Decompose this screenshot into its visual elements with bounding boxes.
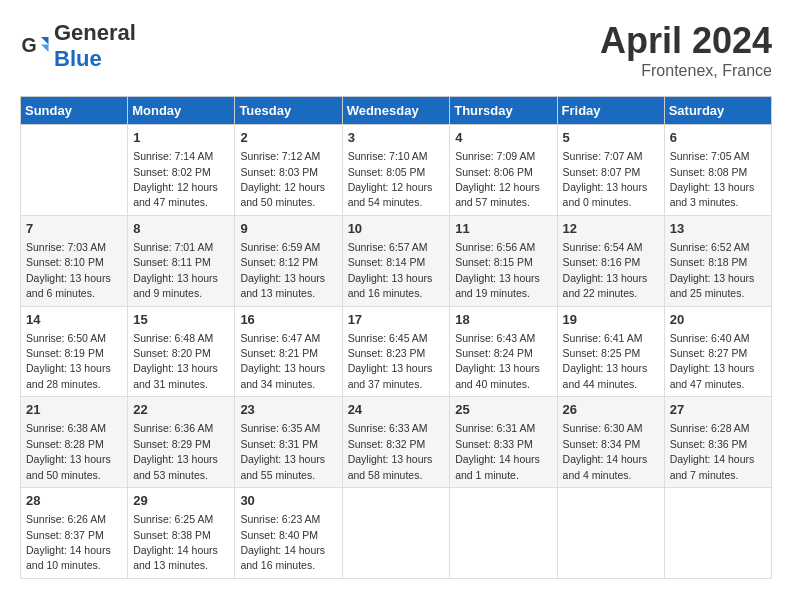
weekday-header-wednesday: Wednesday <box>342 97 450 125</box>
day-number: 26 <box>563 401 659 419</box>
day-info: Sunrise: 6:43 AM Sunset: 8:24 PM Dayligh… <box>455 332 540 390</box>
day-cell <box>450 488 557 579</box>
day-info: Sunrise: 6:45 AM Sunset: 8:23 PM Dayligh… <box>348 332 433 390</box>
day-cell: 10Sunrise: 6:57 AM Sunset: 8:14 PM Dayli… <box>342 215 450 306</box>
day-info: Sunrise: 6:33 AM Sunset: 8:32 PM Dayligh… <box>348 422 433 480</box>
weekday-header-row: SundayMondayTuesdayWednesdayThursdayFrid… <box>21 97 772 125</box>
day-number: 3 <box>348 129 445 147</box>
day-cell: 9Sunrise: 6:59 AM Sunset: 8:12 PM Daylig… <box>235 215 342 306</box>
day-cell <box>342 488 450 579</box>
day-cell: 30Sunrise: 6:23 AM Sunset: 8:40 PM Dayli… <box>235 488 342 579</box>
day-cell: 6Sunrise: 7:05 AM Sunset: 8:08 PM Daylig… <box>664 125 771 216</box>
day-cell: 5Sunrise: 7:07 AM Sunset: 8:07 PM Daylig… <box>557 125 664 216</box>
week-row-3: 14Sunrise: 6:50 AM Sunset: 8:19 PM Dayli… <box>21 306 772 397</box>
day-number: 23 <box>240 401 336 419</box>
day-info: Sunrise: 6:28 AM Sunset: 8:36 PM Dayligh… <box>670 422 755 480</box>
day-cell: 22Sunrise: 6:36 AM Sunset: 8:29 PM Dayli… <box>128 397 235 488</box>
day-info: Sunrise: 6:38 AM Sunset: 8:28 PM Dayligh… <box>26 422 111 480</box>
day-info: Sunrise: 7:12 AM Sunset: 8:03 PM Dayligh… <box>240 150 325 208</box>
week-row-2: 7Sunrise: 7:03 AM Sunset: 8:10 PM Daylig… <box>21 215 772 306</box>
day-info: Sunrise: 6:59 AM Sunset: 8:12 PM Dayligh… <box>240 241 325 299</box>
day-info: Sunrise: 7:01 AM Sunset: 8:11 PM Dayligh… <box>133 241 218 299</box>
day-info: Sunrise: 6:50 AM Sunset: 8:19 PM Dayligh… <box>26 332 111 390</box>
day-info: Sunrise: 7:10 AM Sunset: 8:05 PM Dayligh… <box>348 150 433 208</box>
day-cell: 21Sunrise: 6:38 AM Sunset: 8:28 PM Dayli… <box>21 397 128 488</box>
day-cell: 11Sunrise: 6:56 AM Sunset: 8:15 PM Dayli… <box>450 215 557 306</box>
day-info: Sunrise: 7:03 AM Sunset: 8:10 PM Dayligh… <box>26 241 111 299</box>
day-number: 4 <box>455 129 551 147</box>
day-cell: 20Sunrise: 6:40 AM Sunset: 8:27 PM Dayli… <box>664 306 771 397</box>
day-info: Sunrise: 6:26 AM Sunset: 8:37 PM Dayligh… <box>26 513 111 571</box>
day-number: 22 <box>133 401 229 419</box>
day-number: 19 <box>563 311 659 329</box>
weekday-header-sunday: Sunday <box>21 97 128 125</box>
weekday-header-saturday: Saturday <box>664 97 771 125</box>
day-info: Sunrise: 6:25 AM Sunset: 8:38 PM Dayligh… <box>133 513 218 571</box>
weekday-header-friday: Friday <box>557 97 664 125</box>
day-number: 12 <box>563 220 659 238</box>
day-number: 25 <box>455 401 551 419</box>
logo-blue: Blue <box>54 46 102 71</box>
day-info: Sunrise: 6:31 AM Sunset: 8:33 PM Dayligh… <box>455 422 540 480</box>
day-number: 13 <box>670 220 766 238</box>
day-cell: 23Sunrise: 6:35 AM Sunset: 8:31 PM Dayli… <box>235 397 342 488</box>
day-number: 17 <box>348 311 445 329</box>
week-row-1: 1Sunrise: 7:14 AM Sunset: 8:02 PM Daylig… <box>21 125 772 216</box>
day-number: 1 <box>133 129 229 147</box>
weekday-header-thursday: Thursday <box>450 97 557 125</box>
week-row-4: 21Sunrise: 6:38 AM Sunset: 8:28 PM Dayli… <box>21 397 772 488</box>
day-cell <box>21 125 128 216</box>
day-cell: 26Sunrise: 6:30 AM Sunset: 8:34 PM Dayli… <box>557 397 664 488</box>
day-cell: 25Sunrise: 6:31 AM Sunset: 8:33 PM Dayli… <box>450 397 557 488</box>
day-number: 7 <box>26 220 122 238</box>
day-info: Sunrise: 7:05 AM Sunset: 8:08 PM Dayligh… <box>670 150 755 208</box>
day-number: 24 <box>348 401 445 419</box>
day-number: 11 <box>455 220 551 238</box>
day-cell: 1Sunrise: 7:14 AM Sunset: 8:02 PM Daylig… <box>128 125 235 216</box>
logo-general: General <box>54 20 136 45</box>
day-info: Sunrise: 7:07 AM Sunset: 8:07 PM Dayligh… <box>563 150 648 208</box>
day-number: 5 <box>563 129 659 147</box>
day-number: 16 <box>240 311 336 329</box>
day-cell: 15Sunrise: 6:48 AM Sunset: 8:20 PM Dayli… <box>128 306 235 397</box>
day-number: 30 <box>240 492 336 510</box>
day-cell: 8Sunrise: 7:01 AM Sunset: 8:11 PM Daylig… <box>128 215 235 306</box>
logo: G General Blue <box>20 20 136 72</box>
header: G General Blue April 2024 Frontenex, Fra… <box>20 20 772 80</box>
day-cell: 13Sunrise: 6:52 AM Sunset: 8:18 PM Dayli… <box>664 215 771 306</box>
day-info: Sunrise: 6:47 AM Sunset: 8:21 PM Dayligh… <box>240 332 325 390</box>
week-row-5: 28Sunrise: 6:26 AM Sunset: 8:37 PM Dayli… <box>21 488 772 579</box>
day-number: 28 <box>26 492 122 510</box>
day-number: 27 <box>670 401 766 419</box>
day-cell: 7Sunrise: 7:03 AM Sunset: 8:10 PM Daylig… <box>21 215 128 306</box>
month-title: April 2024 <box>600 20 772 62</box>
day-info: Sunrise: 7:09 AM Sunset: 8:06 PM Dayligh… <box>455 150 540 208</box>
day-info: Sunrise: 6:41 AM Sunset: 8:25 PM Dayligh… <box>563 332 648 390</box>
day-number: 15 <box>133 311 229 329</box>
day-cell: 18Sunrise: 6:43 AM Sunset: 8:24 PM Dayli… <box>450 306 557 397</box>
day-number: 20 <box>670 311 766 329</box>
day-number: 21 <box>26 401 122 419</box>
day-cell: 3Sunrise: 7:10 AM Sunset: 8:05 PM Daylig… <box>342 125 450 216</box>
day-cell: 29Sunrise: 6:25 AM Sunset: 8:38 PM Dayli… <box>128 488 235 579</box>
day-info: Sunrise: 6:56 AM Sunset: 8:15 PM Dayligh… <box>455 241 540 299</box>
day-number: 29 <box>133 492 229 510</box>
day-info: Sunrise: 6:36 AM Sunset: 8:29 PM Dayligh… <box>133 422 218 480</box>
day-cell: 16Sunrise: 6:47 AM Sunset: 8:21 PM Dayli… <box>235 306 342 397</box>
weekday-header-monday: Monday <box>128 97 235 125</box>
day-info: Sunrise: 6:23 AM Sunset: 8:40 PM Dayligh… <box>240 513 325 571</box>
day-cell: 24Sunrise: 6:33 AM Sunset: 8:32 PM Dayli… <box>342 397 450 488</box>
day-number: 14 <box>26 311 122 329</box>
weekday-header-tuesday: Tuesday <box>235 97 342 125</box>
logo-icon: G <box>20 31 50 61</box>
day-info: Sunrise: 6:57 AM Sunset: 8:14 PM Dayligh… <box>348 241 433 299</box>
day-cell: 19Sunrise: 6:41 AM Sunset: 8:25 PM Dayli… <box>557 306 664 397</box>
day-cell: 2Sunrise: 7:12 AM Sunset: 8:03 PM Daylig… <box>235 125 342 216</box>
svg-text:G: G <box>22 34 37 56</box>
title-area: April 2024 Frontenex, France <box>600 20 772 80</box>
day-cell: 4Sunrise: 7:09 AM Sunset: 8:06 PM Daylig… <box>450 125 557 216</box>
day-number: 8 <box>133 220 229 238</box>
day-cell: 14Sunrise: 6:50 AM Sunset: 8:19 PM Dayli… <box>21 306 128 397</box>
day-cell <box>557 488 664 579</box>
day-number: 2 <box>240 129 336 147</box>
